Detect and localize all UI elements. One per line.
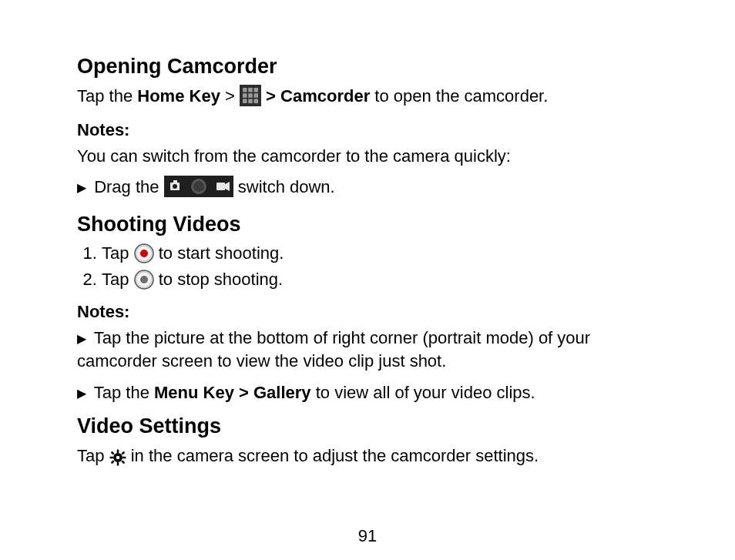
step-stop-shooting: Tap to stop shooting. (102, 270, 666, 294)
settings-gear-icon (109, 449, 126, 472)
svg-rect-9 (253, 99, 258, 104)
svg-rect-30 (121, 451, 125, 455)
heading-shooting-videos: Shooting Videos (77, 212, 666, 236)
svg-rect-8 (248, 99, 253, 104)
svg-point-20 (140, 250, 148, 257)
notes-label: Notes: (77, 302, 666, 322)
bullet-icon: ▶ (77, 179, 86, 196)
manual-page: Opening Camcorder Tap the Home Key > > C… (0, 0, 735, 560)
note-view-clip: ▶ Tap the picture at the bottom of right… (77, 327, 666, 372)
svg-rect-29 (110, 451, 114, 455)
bullet-icon: ▶ (77, 330, 86, 347)
camcorder-label: Camcorder (280, 86, 370, 106)
svg-rect-26 (116, 462, 119, 466)
text: Drag the (94, 177, 164, 196)
text: Tap (77, 446, 109, 465)
text: switch down. (238, 177, 335, 196)
notes-intro: You can switch from the camcorder to the… (77, 145, 666, 168)
text: to start shooting. (159, 243, 284, 263)
svg-rect-5 (248, 94, 253, 99)
heading-video-settings: Video Settings (77, 414, 666, 438)
text: > (220, 86, 240, 106)
svg-rect-12 (173, 180, 177, 183)
text: > (266, 86, 280, 106)
drag-switch-note: ▶ Drag the switch down. (77, 176, 666, 203)
note-gallery: ▶ Tap the Menu Key > Gallery to view all… (77, 381, 666, 404)
bullet-icon: ▶ (77, 385, 86, 402)
stop-button-icon (134, 270, 154, 294)
text: Tap the (94, 383, 154, 402)
page-number: 91 (0, 526, 735, 546)
record-button-icon (134, 243, 154, 268)
svg-rect-3 (253, 88, 258, 92)
svg-rect-25 (116, 450, 119, 454)
text: Tap (102, 243, 134, 263)
camera-video-toggle-icon (164, 176, 233, 203)
menu-key-gallery-label: Menu Key > Gallery (154, 383, 311, 402)
svg-rect-4 (243, 94, 247, 99)
text: to view all of your video clips. (311, 383, 535, 402)
text: in the camera screen to adjust the camco… (131, 446, 539, 465)
step-start-shooting: Tap to start shooting. (102, 243, 666, 268)
app-grid-icon (240, 85, 261, 112)
svg-rect-28 (123, 457, 126, 459)
svg-rect-6 (253, 94, 258, 99)
svg-point-33 (116, 456, 119, 460)
text: to open the camcorder. (370, 86, 548, 106)
svg-point-15 (193, 181, 204, 192)
shooting-steps: Tap to start shooting. Tap to stop sho (77, 243, 666, 294)
heading-opening-camcorder: Opening Camcorder (77, 54, 666, 79)
svg-rect-27 (109, 457, 113, 459)
svg-rect-16 (216, 183, 225, 190)
svg-rect-2 (248, 88, 253, 92)
text: Tap the (77, 86, 137, 106)
svg-point-13 (173, 184, 177, 189)
text: Tap (102, 270, 134, 289)
opening-instruction: Tap the Home Key > > Camcorder to open t… (77, 85, 666, 112)
svg-point-23 (140, 276, 148, 283)
notes-label: Notes: (77, 120, 666, 140)
svg-rect-31 (110, 461, 114, 464)
video-settings-instruction: Tap in (77, 444, 666, 472)
text: Tap the picture at the bottom of right c… (77, 328, 590, 371)
text: to stop shooting. (159, 270, 283, 289)
svg-rect-32 (121, 461, 125, 464)
svg-rect-7 (243, 99, 247, 104)
svg-rect-1 (243, 88, 247, 92)
home-key-label: Home Key (137, 86, 220, 106)
